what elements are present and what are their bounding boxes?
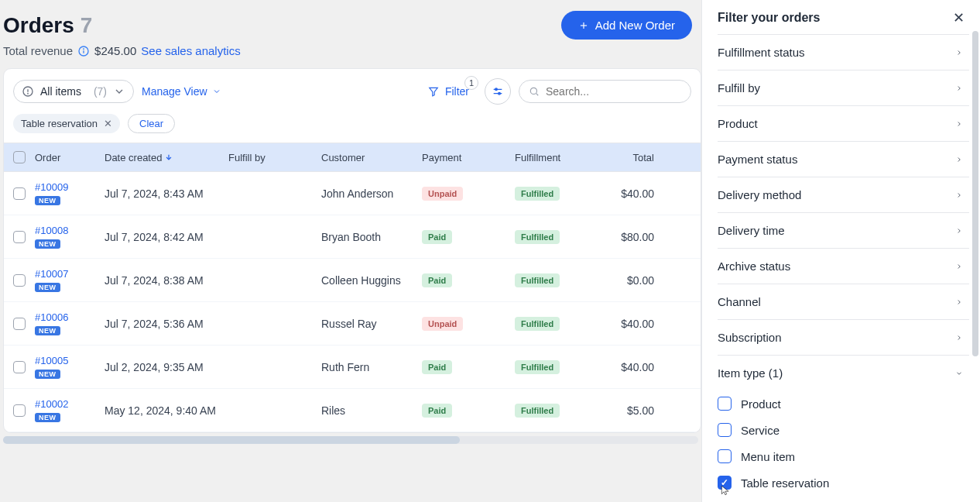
col-customer[interactable]: Customer xyxy=(321,152,422,163)
filter-section-archive-status[interactable]: Archive status xyxy=(718,248,969,284)
fulfillment-badge: Fulfilled xyxy=(515,187,560,201)
payment-badge: Paid xyxy=(422,273,452,287)
cell-customer: Ruth Fern xyxy=(321,361,422,373)
order-id-link[interactable]: #10006 xyxy=(35,311,105,323)
revenue-label: Total revenue xyxy=(3,44,73,57)
chevron-right-icon xyxy=(955,156,963,163)
col-total[interactable]: Total xyxy=(608,152,654,163)
table-header: Order Date created Fulfill by Customer P… xyxy=(4,143,701,172)
cell-date: Jul 7, 2024, 5:36 AM xyxy=(105,318,228,330)
filter-section-fulfillment-status[interactable]: Fulfillment status xyxy=(718,34,969,70)
filter-section-subscription[interactable]: Subscription xyxy=(718,319,969,355)
filter-option-table-reservation[interactable]: Table reservation xyxy=(718,469,969,496)
checkbox[interactable] xyxy=(718,476,732,490)
cell-total: $5.00 xyxy=(608,404,654,417)
sales-analytics-link[interactable]: See sales analytics xyxy=(141,44,240,57)
filter-panel-body: Fulfillment statusFulfill byProductPayme… xyxy=(702,34,980,502)
fulfillment-badge: Fulfilled xyxy=(515,404,560,418)
search-wrapper[interactable] xyxy=(519,80,691,103)
chevron-right-icon xyxy=(955,227,963,235)
filter-icon xyxy=(428,86,439,97)
chevron-right-icon xyxy=(955,84,963,92)
panel-scrollbar[interactable] xyxy=(972,31,978,488)
order-id-link[interactable]: #10008 xyxy=(35,225,105,236)
cell-date: May 12, 2024, 9:40 AM xyxy=(105,404,228,417)
chevron-right-icon xyxy=(955,334,963,342)
filter-section-delivery-method[interactable]: Delivery method xyxy=(718,177,969,212)
payment-badge: Paid xyxy=(422,360,452,374)
search-icon xyxy=(529,86,540,97)
order-id-link[interactable]: #10002 xyxy=(35,398,105,410)
card-toolbar: All items (7) Manage View Filter 1 xyxy=(4,69,701,114)
search-input[interactable] xyxy=(546,85,681,98)
col-fulfillment[interactable]: Fulfillment xyxy=(515,152,608,163)
adjust-columns-button[interactable] xyxy=(485,78,511,105)
order-id-link[interactable]: #10009 xyxy=(35,181,105,193)
fulfillment-badge: Fulfilled xyxy=(515,273,560,287)
row-checkbox[interactable] xyxy=(13,187,26,200)
select-all-checkbox[interactable] xyxy=(13,151,26,163)
table-row[interactable]: #10007 NEW Jul 7, 2024, 8:38 AM Colleen … xyxy=(4,259,701,302)
filter-option-product[interactable]: Product xyxy=(718,390,969,417)
chevron-right-icon xyxy=(955,49,963,57)
filter-option-menu-item[interactable]: Menu item xyxy=(718,443,969,469)
filter-button[interactable]: Filter 1 xyxy=(420,81,477,102)
filter-section-payment-status[interactable]: Payment status xyxy=(718,141,969,177)
table-row[interactable]: #10006 NEW Jul 7, 2024, 5:36 AM Russel R… xyxy=(4,302,701,346)
page-header: Orders 7 Add New Order xyxy=(0,0,701,40)
row-checkbox[interactable] xyxy=(13,274,26,287)
page-title-count: 7 xyxy=(81,13,93,38)
filter-option-service[interactable]: Service xyxy=(718,417,969,443)
chevron-down-icon xyxy=(113,85,125,98)
panel-scroll-thumb[interactable] xyxy=(972,31,978,356)
filter-section-fulfill-by[interactable]: Fulfill by xyxy=(718,70,969,105)
filter-section-channel[interactable]: Channel xyxy=(718,284,969,319)
cell-total: $40.00 xyxy=(608,361,654,373)
row-checkbox[interactable] xyxy=(13,361,26,373)
view-selector[interactable]: All items (7) xyxy=(13,80,134,103)
table-row[interactable]: #10002 NEW May 12, 2024, 9:40 AM Riles P… xyxy=(4,389,701,432)
fulfillment-badge: Fulfilled xyxy=(515,360,560,374)
table-row[interactable]: #10005 NEW Jul 2, 2024, 9:35 AM Ruth Fer… xyxy=(4,346,701,389)
order-id-link[interactable]: #10007 xyxy=(35,268,105,280)
row-checkbox[interactable] xyxy=(13,404,26,417)
svg-point-4 xyxy=(84,49,84,50)
checkbox[interactable] xyxy=(718,449,732,463)
scrollbar-thumb[interactable] xyxy=(3,436,460,444)
col-order[interactable]: Order xyxy=(35,152,105,163)
cell-total: $40.00 xyxy=(608,187,654,200)
clear-filters-button[interactable]: Clear xyxy=(128,114,175,133)
table-row[interactable]: #10008 NEW Jul 7, 2024, 8:42 AM Bryan Bo… xyxy=(4,215,701,259)
horizontal-scrollbar[interactable] xyxy=(3,436,698,444)
cell-date: Jul 7, 2024, 8:38 AM xyxy=(105,274,228,287)
row-checkbox[interactable] xyxy=(13,231,26,243)
table-body: #10009 NEW Jul 7, 2024, 8:43 AM John And… xyxy=(4,172,701,432)
checkbox[interactable] xyxy=(718,397,732,411)
row-checkbox[interactable] xyxy=(13,318,26,330)
filter-section-product[interactable]: Product xyxy=(718,105,969,141)
item-type-options: ProductServiceMenu itemTable reservation xyxy=(718,390,969,502)
col-payment[interactable]: Payment xyxy=(422,152,515,163)
col-fulfill-by[interactable]: Fulfill by xyxy=(228,152,321,163)
payment-badge: Paid xyxy=(422,230,452,244)
manage-view-link[interactable]: Manage View xyxy=(142,85,221,98)
filter-count-badge: 1 xyxy=(464,76,478,90)
table-row[interactable]: #10009 NEW Jul 7, 2024, 8:43 AM John And… xyxy=(4,172,701,215)
svg-point-7 xyxy=(28,93,29,94)
svg-marker-8 xyxy=(430,88,438,96)
filter-section-delivery-time[interactable]: Delivery time xyxy=(718,212,969,248)
sort-desc-icon xyxy=(165,153,173,161)
chevron-right-icon xyxy=(955,263,963,270)
info-icon[interactable] xyxy=(77,45,90,57)
chip-remove-icon[interactable]: ✕ xyxy=(104,118,112,129)
filter-section-item-type-[interactable]: Item type (1) xyxy=(718,355,969,390)
page-title: Orders xyxy=(3,13,74,38)
col-date-created[interactable]: Date created xyxy=(105,152,228,163)
checkbox[interactable] xyxy=(718,423,732,437)
add-new-order-button[interactable]: Add New Order xyxy=(561,11,692,40)
chevron-right-icon xyxy=(955,191,963,199)
revenue-row: Total revenue $245.00 See sales analytic… xyxy=(0,40,701,68)
close-panel-button[interactable]: ✕ xyxy=(953,9,965,26)
filter-chip-table-reservation[interactable]: Table reservation ✕ xyxy=(13,114,120,133)
order-id-link[interactable]: #10005 xyxy=(35,355,105,366)
